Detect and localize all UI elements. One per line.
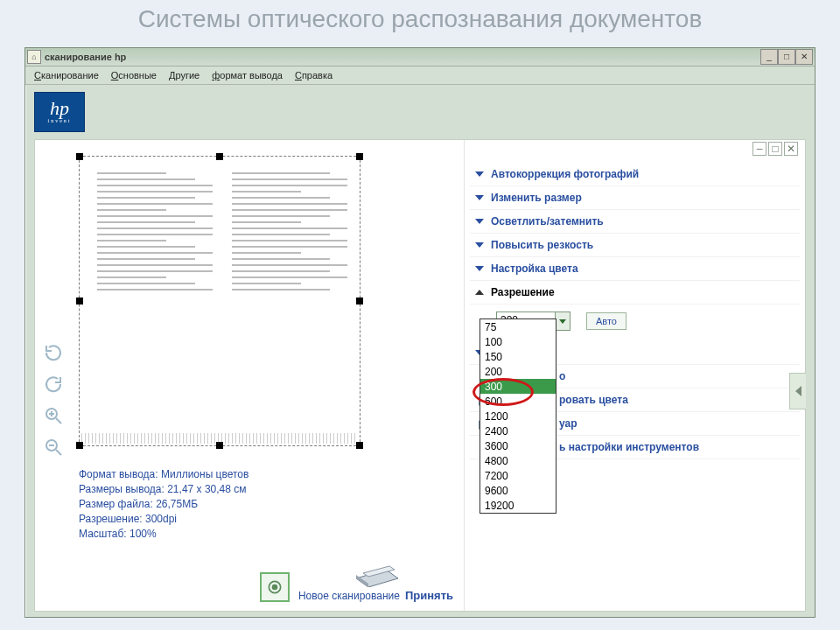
resolution-option[interactable]: 2400 bbox=[480, 424, 556, 438]
resolution-option[interactable]: 300 bbox=[480, 379, 556, 394]
app-icon: ⌂ bbox=[27, 50, 41, 64]
window-title: сканирование hp bbox=[45, 52, 760, 62]
new-scan-icon[interactable] bbox=[260, 572, 290, 602]
document-thumbnail bbox=[97, 172, 347, 431]
zoom-out-icon[interactable] bbox=[42, 436, 65, 458]
menu-scan[interactable]: Сканирование bbox=[34, 70, 99, 80]
resolution-option[interactable]: 4800 bbox=[480, 453, 556, 468]
slide-title: Системы оптического распознавания докуме… bbox=[0, 5, 840, 33]
chevron-left-icon bbox=[795, 386, 802, 396]
combobox-toggle[interactable] bbox=[556, 312, 570, 331]
section-resize[interactable]: Изменить размер bbox=[470, 186, 800, 210]
resolution-option[interactable]: 19200 bbox=[480, 498, 556, 513]
menu-help[interactable]: Справка bbox=[295, 70, 332, 80]
slide: Системы оптического распознавания докуме… bbox=[0, 0, 840, 630]
resolution-option[interactable]: 75 bbox=[480, 319, 556, 334]
svg-line-5 bbox=[56, 450, 61, 455]
menubar: Сканирование Основные Другие формат выво… bbox=[25, 66, 815, 85]
pane-maximize-icon[interactable]: □ bbox=[768, 142, 782, 156]
maximize-button[interactable]: □ bbox=[778, 49, 795, 65]
svg-point-8 bbox=[272, 585, 276, 590]
section-autocorrect[interactable]: Автокоррекция фотографий bbox=[470, 163, 800, 186]
resolution-option[interactable]: 7200 bbox=[480, 468, 556, 483]
chevron-down-icon bbox=[475, 219, 484, 224]
resolution-option[interactable]: 150 bbox=[480, 349, 556, 364]
app-window: ⌂ сканирование hp _ □ ✕ Сканирование Осн… bbox=[24, 47, 816, 618]
chevron-down-icon bbox=[475, 172, 484, 177]
pane-close-icon[interactable]: ✕ bbox=[784, 142, 798, 156]
rotate-left-icon[interactable] bbox=[42, 341, 65, 364]
info-file: Размер файла: 26,75МБ bbox=[79, 497, 359, 512]
resolution-option[interactable]: 1200 bbox=[480, 409, 556, 424]
chevron-down-icon bbox=[559, 319, 566, 324]
chevron-down-icon bbox=[475, 195, 484, 200]
accept-button[interactable]: Принять bbox=[405, 589, 453, 602]
menu-output[interactable]: формат вывода bbox=[212, 70, 283, 80]
scan-preview[interactable] bbox=[79, 156, 360, 446]
close-button[interactable]: ✕ bbox=[795, 49, 813, 65]
chevron-down-icon bbox=[475, 242, 484, 248]
chevron-down-icon bbox=[475, 266, 484, 271]
menu-other[interactable]: Другие bbox=[169, 70, 200, 80]
section-sharpen[interactable]: Повысить резкость bbox=[470, 234, 800, 257]
chevron-up-icon bbox=[475, 290, 484, 295]
pane-minimize-icon[interactable]: – bbox=[752, 142, 766, 156]
section-color[interactable]: Настройка цвета bbox=[470, 257, 800, 281]
client-area: hp invent bbox=[25, 85, 815, 617]
minimize-button[interactable]: _ bbox=[760, 49, 778, 65]
hp-logo: hp invent bbox=[34, 92, 85, 132]
section-resolution[interactable]: Разрешение bbox=[470, 281, 800, 304]
side-toolbar bbox=[42, 341, 65, 458]
new-scan-link[interactable]: Новое сканирование bbox=[298, 590, 400, 602]
info-scale: Масштаб: 100% bbox=[79, 527, 359, 542]
info-format: Формат вывода: Миллионы цветов bbox=[79, 467, 359, 482]
resolution-option[interactable]: 200 bbox=[480, 364, 556, 379]
auto-button[interactable]: Авто bbox=[586, 312, 626, 330]
resolution-dropdown[interactable]: 7510015020030060012002400360048007200960… bbox=[480, 318, 556, 514]
resolution-option[interactable]: 600 bbox=[480, 394, 556, 409]
titlebar: ⌂ сканирование hp _ □ ✕ bbox=[25, 48, 815, 66]
preview-pane: Формат вывода: Миллионы цветов Размеры в… bbox=[35, 140, 465, 611]
zoom-in-icon[interactable] bbox=[42, 404, 65, 427]
resolution-option[interactable]: 100 bbox=[480, 334, 556, 349]
output-info: Формат вывода: Миллионы цветов Размеры в… bbox=[79, 467, 359, 542]
scanner-icon bbox=[351, 552, 400, 587]
collapse-sidebar-button[interactable] bbox=[789, 373, 806, 410]
rotate-right-icon[interactable] bbox=[42, 373, 65, 396]
section-lighten[interactable]: Осветлить/затемнить bbox=[470, 210, 800, 234]
main-panel: Формат вывода: Миллионы цветов Размеры в… bbox=[34, 139, 806, 612]
resolution-option[interactable]: 9600 bbox=[480, 483, 556, 498]
menu-basic[interactable]: Основные bbox=[111, 70, 157, 80]
info-resolution: Разрешение: 300dpi bbox=[79, 512, 359, 527]
svg-line-1 bbox=[56, 418, 61, 424]
info-size: Размеры вывода: 21,47 x 30,48 см bbox=[79, 482, 359, 497]
resolution-option[interactable]: 3600 bbox=[480, 438, 556, 453]
